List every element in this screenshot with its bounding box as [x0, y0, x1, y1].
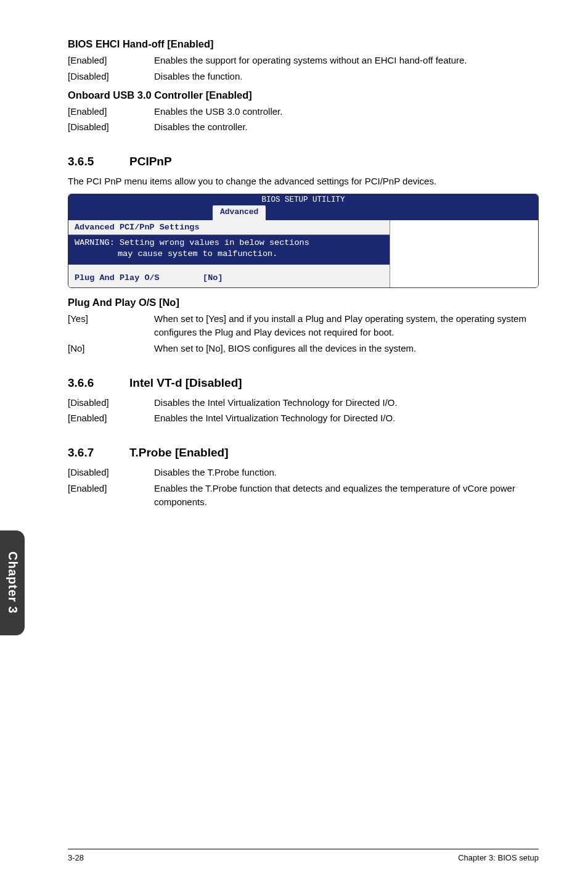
def-text: Enables the USB 3.0 controller. [154, 105, 539, 118]
section-para: The PCI PnP menu items allow you to chan… [68, 175, 539, 188]
section-title: Intel VT-d [Disabled] [129, 376, 242, 390]
def-text: Disables the controller. [154, 120, 539, 134]
def-row: [Disabled] Disables the controller. [68, 120, 539, 134]
def-row: [Disabled] Disables the Intel Virtualiza… [68, 396, 539, 410]
section-heading-365: 3.6.5 PCIPnP [68, 155, 539, 168]
footer-page-num: 3-28 [68, 853, 84, 862]
subheading-plug-play: Plug And Play O/S [No] [68, 297, 539, 308]
def-text: When set to [No], BIOS configures all th… [154, 342, 539, 355]
def-row: [Disabled] Disables the T.Probe function… [68, 466, 539, 479]
def-label: [Enabled] [68, 482, 154, 509]
def-text: Disables the Intel Virtualization Techno… [154, 396, 539, 410]
def-text: Disables the T.Probe function. [154, 466, 539, 479]
section-num: 3.6.5 [68, 155, 129, 168]
def-label: [Enabled] [68, 54, 154, 67]
def-text: Disables the function. [154, 70, 539, 83]
def-row: [Enabled] Enables the Intel Virtualizati… [68, 411, 539, 425]
def-row: [No] When set to [No], BIOS configures a… [68, 342, 539, 355]
bios-body: Advanced PCI/PnP Settings WARNING: Setti… [68, 220, 538, 287]
subheading-bios-ehci: BIOS EHCI Hand-off [Enabled] [68, 38, 539, 50]
def-text: Enables the support for operating system… [154, 54, 539, 67]
def-label: [Disabled] [68, 466, 154, 479]
def-row: [Disabled] Disables the function. [68, 70, 539, 83]
section-heading-367: 3.6.7 T.Probe [Enabled] [68, 446, 539, 460]
bios-setting-key: Plug And Play O/S [75, 273, 198, 283]
def-row: [Enabled] Enables the USB 3.0 controller… [68, 105, 539, 118]
bios-right-pane [390, 220, 538, 287]
section-title: T.Probe [Enabled] [129, 446, 228, 460]
bios-warning: WARNING: Setting wrong values in below s… [68, 235, 390, 265]
def-label: [Disabled] [68, 120, 154, 134]
bios-tab-advanced: Advanced [213, 205, 266, 220]
def-row: [Enabled] Enables the support for operat… [68, 54, 539, 67]
page-content: BIOS EHCI Hand-off [Enabled] [Enabled] E… [0, 0, 588, 887]
def-text: Enables the Intel Virtualization Technol… [154, 411, 539, 425]
page-footer: 3-28 Chapter 3: BIOS setup [68, 849, 539, 862]
subheading-onboard-usb: Onboard USB 3.0 Controller [Enabled] [68, 89, 539, 101]
bios-warn-line2: may cause system to malfunction. [75, 249, 383, 260]
section-title: PCIPnP [129, 155, 172, 168]
def-label: [Disabled] [68, 396, 154, 410]
section-heading-366: 3.6.6 Intel VT-d [Disabled] [68, 376, 539, 390]
section-num: 3.6.7 [68, 446, 129, 460]
bios-box: BIOS SETUP UTILITY Advanced Advanced PCI… [68, 194, 539, 288]
def-text: When set to [Yes] and if you install a P… [154, 312, 539, 339]
bios-setting-row: Plug And Play O/S [No] [68, 265, 390, 287]
footer-chapter: Chapter 3: BIOS setup [458, 853, 539, 862]
bios-header: BIOS SETUP UTILITY Advanced [68, 194, 538, 220]
bios-subheading: Advanced PCI/PnP Settings [68, 220, 390, 235]
def-text: Enables the T.Probe function that detect… [154, 482, 539, 509]
def-label: [Yes] [68, 312, 154, 339]
def-row: [Enabled] Enables the T.Probe function t… [68, 482, 539, 509]
def-label: [Enabled] [68, 105, 154, 118]
def-label: [Enabled] [68, 411, 154, 425]
bios-left-pane: Advanced PCI/PnP Settings WARNING: Setti… [68, 220, 390, 287]
bios-title: BIOS SETUP UTILITY [68, 194, 538, 204]
def-row: [Yes] When set to [Yes] and if you insta… [68, 312, 539, 339]
def-label: [No] [68, 342, 154, 355]
section-num: 3.6.6 [68, 376, 129, 390]
bios-setting-value: [No] [203, 273, 223, 283]
bios-warn-line1: WARNING: Setting wrong values in below s… [75, 238, 309, 247]
def-label: [Disabled] [68, 70, 154, 83]
